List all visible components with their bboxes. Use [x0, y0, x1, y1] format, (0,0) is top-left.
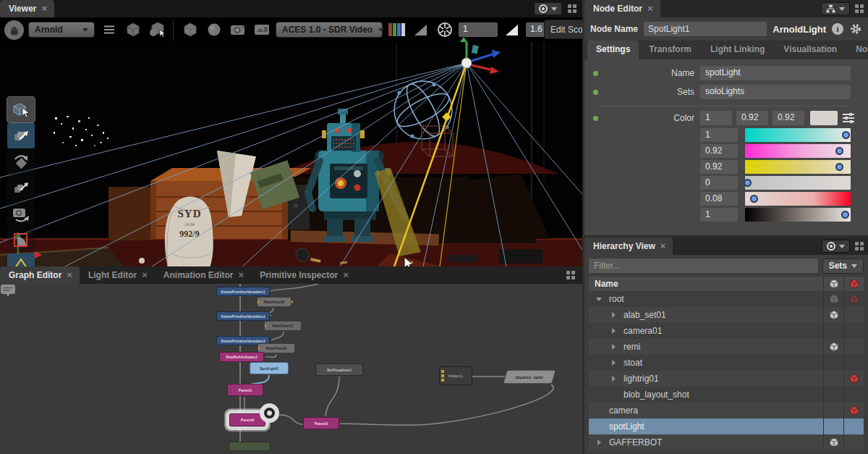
close-icon[interactable]: ×: [67, 272, 72, 279]
red-cube-icon[interactable]: [843, 371, 864, 387]
hierarchy-row-camera01[interactable]: camera01: [589, 323, 864, 339]
color-g-field[interactable]: 0.92: [736, 111, 768, 125]
hierarchy-row-spotLight[interactable]: spotLight: [589, 419, 864, 434]
post-process-button[interactable]: [252, 20, 271, 39]
red-cube-icon[interactable]: [843, 291, 864, 307]
hierarchy-row-GAFFERBOT[interactable]: GAFFERBOT: [589, 434, 864, 450]
exposure-button[interactable]: [435, 20, 454, 39]
lights-visibility-button[interactable]: [204, 20, 224, 39]
slider-handle-icon[interactable]: [842, 131, 850, 139]
tab-node-editor[interactable]: Node Editor ×: [584, 0, 660, 17]
slider-gradient-bar[interactable]: [745, 144, 851, 158]
expand-arrow-icon[interactable]: [595, 440, 603, 445]
slider-value-field[interactable]: 0: [700, 176, 738, 190]
empty-cell[interactable]: [843, 434, 864, 450]
expand-arrow-icon[interactable]: [609, 376, 618, 382]
slider-handle-icon[interactable]: [841, 211, 849, 219]
slider-value-field[interactable]: 0.08: [700, 192, 738, 206]
selection-mask-button[interactable]: [147, 20, 166, 39]
clipping-toggle-button[interactable]: [411, 20, 430, 39]
empty-cell[interactable]: [823, 355, 843, 371]
slider-handle-icon[interactable]: [835, 147, 843, 155]
tab-visualisation[interactable]: Visualisation: [775, 41, 846, 59]
graph-node-DeletePrimitiveVariables2[interactable]: DeletePrimitiveVariables2: [216, 311, 270, 321]
cube-icon[interactable]: [823, 339, 843, 355]
empty-cell[interactable]: [823, 371, 843, 387]
render-settings-menu-button[interactable]: [99, 20, 119, 39]
empty-cell[interactable]: [843, 355, 864, 371]
node-name-field[interactable]: SpotLight1: [644, 22, 767, 36]
expand-arrow-icon[interactable]: [609, 312, 618, 318]
close-icon[interactable]: ×: [142, 272, 148, 279]
tab-settings[interactable]: Settings: [587, 41, 639, 59]
graph-node-SpotLight1[interactable]: SpotLight1: [250, 362, 289, 374]
color-b-field[interactable]: 0.92: [773, 111, 804, 125]
exposure-field[interactable]: 1: [459, 22, 498, 37]
annotation-icon[interactable]: [0, 284, 16, 298]
slider-handle-icon[interactable]: [835, 163, 843, 171]
panel-menu-icon[interactable]: [568, 4, 576, 13]
graph-node-unnamed[interactable]: [229, 442, 271, 451]
close-icon[interactable]: ×: [660, 243, 666, 250]
slider-gradient-bar[interactable]: [745, 160, 851, 174]
scale-tool-button[interactable]: [7, 175, 35, 201]
slider-value-field[interactable]: 1: [700, 208, 738, 222]
cameras-visibility-button[interactable]: [228, 20, 247, 39]
graph-node-ShuffleAttributes2[interactable]: ShuffleAttributes2: [219, 352, 264, 362]
close-icon[interactable]: ×: [41, 5, 47, 12]
slider-gradient-bar[interactable]: [745, 128, 851, 142]
info-icon[interactable]: i: [832, 23, 843, 35]
empty-cell[interactable]: [843, 339, 864, 355]
node-editor-mode-button[interactable]: [821, 2, 850, 15]
gamma-button[interactable]: [502, 20, 522, 39]
camera-tool-button[interactable]: [7, 201, 35, 227]
pan-tool-button[interactable]: [4, 20, 24, 40]
tab-graph-editor[interactable]: Graph Editor×: [0, 266, 80, 284]
tab-light-linking[interactable]: Light Linking: [702, 41, 773, 59]
empty-cell[interactable]: [823, 419, 843, 434]
color-r-field[interactable]: 1: [700, 111, 732, 125]
empty-cell[interactable]: [843, 307, 864, 323]
edit-scope-button[interactable]: Edit Scop: [544, 20, 582, 39]
viewport-3d-scene[interactable]: SYD 14 04 992/9: [0, 42, 582, 266]
panel-menu-icon[interactable]: [855, 242, 864, 251]
slider-gradient-bar[interactable]: [745, 176, 851, 190]
slider-value-field[interactable]: 0.92: [700, 144, 738, 158]
empty-cell[interactable]: [843, 387, 864, 403]
expand-arrow-icon[interactable]: [609, 344, 618, 350]
cube-icon[interactable]: [823, 307, 843, 323]
slider-handle-icon[interactable]: [744, 179, 752, 187]
expand-arrow-icon[interactable]: [609, 360, 618, 366]
empty-cell[interactable]: [823, 323, 843, 339]
tab-node[interactable]: Node: [847, 41, 868, 59]
scrollbar[interactable]: [858, 120, 867, 235]
hierarchy-row-camera[interactable]: camera: [589, 403, 864, 419]
graph-canvas[interactable]: DeletePrimitiveVariables1PathFilter20Del…: [0, 284, 582, 454]
expand-arrow-icon[interactable]: [609, 328, 618, 334]
tab-primitive-inspector[interactable]: Primitive Inspector×: [251, 266, 356, 284]
cube-icon[interactable]: [823, 434, 843, 450]
tab-viewer[interactable]: Viewer ×: [0, 0, 54, 17]
light-tool-button[interactable]: [7, 253, 35, 266]
name-parameter-field[interactable]: spotLight: [700, 66, 851, 80]
graph-node-Parent5[interactable]: Parent5: [303, 417, 339, 429]
graph-node-PathFilter21[interactable]: PathFilter21: [264, 321, 302, 331]
slider-value-field[interactable]: 1: [700, 128, 738, 142]
slider-value-field[interactable]: 0.92: [700, 160, 738, 174]
geometry-visibility-button[interactable]: [180, 20, 200, 39]
renderer-dropdown[interactable]: Arnold: [28, 22, 95, 38]
red-cube-icon[interactable]: [843, 403, 864, 419]
collapse-arrow-icon[interactable]: [595, 298, 603, 301]
tab-transform[interactable]: Transform: [640, 41, 700, 59]
hierarchy-row-lightrig01[interactable]: lightrig01: [589, 371, 864, 387]
tab-animation-editor[interactable]: Animation Editor×: [155, 266, 251, 284]
sliders-icon[interactable]: [842, 112, 855, 124]
render-set-column-icon[interactable]: [843, 277, 864, 291]
sets-parameter-field[interactable]: soloLights: [700, 85, 851, 99]
graph-node-Images1[interactable]: Images1: [439, 366, 472, 385]
color-swatch[interactable]: [810, 111, 838, 125]
scene-target-button[interactable]: [822, 240, 850, 253]
focus-node-indicator[interactable]: [260, 403, 279, 423]
panel-menu-icon[interactable]: [566, 271, 575, 279]
tab-light-editor[interactable]: Light Editor×: [80, 266, 155, 284]
